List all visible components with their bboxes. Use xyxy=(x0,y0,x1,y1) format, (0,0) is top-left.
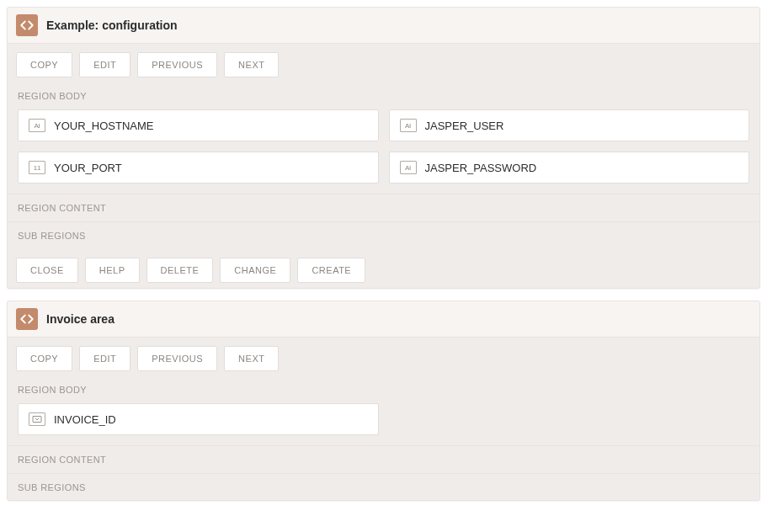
bottom-toolbar: CLOSE HELP DELETE CHANGE CREATE xyxy=(8,249,759,288)
sub-regions-label: SUB REGIONS xyxy=(8,473,759,501)
svg-rect-0 xyxy=(33,417,41,423)
previous-button[interactable]: PREVIOUS xyxy=(137,52,217,77)
field-your-hostname[interactable]: AI YOUR_HOSTNAME xyxy=(18,109,379,141)
field-your-port[interactable]: 11 YOUR_PORT xyxy=(18,152,379,184)
top-toolbar: COPY EDIT PREVIOUS NEXT xyxy=(8,44,759,82)
select-type-icon xyxy=(29,412,45,426)
field-label: JASPER_USER xyxy=(425,120,504,132)
copy-button[interactable]: COPY xyxy=(16,346,72,371)
edit-button[interactable]: EDIT xyxy=(79,346,130,371)
field-label: YOUR_PORT xyxy=(54,162,122,174)
help-button[interactable]: HELP xyxy=(85,258,140,283)
text-type-icon: AI xyxy=(400,161,417,174)
change-button[interactable]: CHANGE xyxy=(220,258,290,283)
code-icon xyxy=(16,14,38,36)
panel-configuration: Example: configuration COPY EDIT PREVIOU… xyxy=(7,7,760,289)
panel-title: Example: configuration xyxy=(46,19,178,32)
text-type-icon: AI xyxy=(29,119,45,132)
next-button[interactable]: NEXT xyxy=(224,346,279,371)
field-label: JASPER_PASSWORD xyxy=(425,162,537,174)
panel-title: Invoice area xyxy=(46,312,115,326)
create-button[interactable]: CREATE xyxy=(297,258,365,283)
fields-grid: AI YOUR_HOSTNAME AI JASPER_USER 11 YOUR_… xyxy=(8,109,759,194)
panel-header: Invoice area xyxy=(8,301,759,338)
field-label: YOUR_HOSTNAME xyxy=(54,120,153,132)
copy-button[interactable]: COPY xyxy=(16,52,72,77)
region-content-label: REGION CONTENT xyxy=(8,445,759,473)
number-type-icon: 11 xyxy=(29,161,45,174)
code-icon xyxy=(16,308,38,330)
region-content-label: REGION CONTENT xyxy=(8,194,759,221)
fields-grid: INVOICE_ID xyxy=(8,403,759,445)
close-button[interactable]: CLOSE xyxy=(16,258,78,283)
top-toolbar: COPY EDIT PREVIOUS NEXT xyxy=(8,338,759,376)
field-jasper-user[interactable]: AI JASPER_USER xyxy=(389,109,750,141)
text-type-icon: AI xyxy=(400,119,417,132)
panel-header: Example: configuration xyxy=(8,8,759,44)
region-body-label: REGION BODY xyxy=(8,376,759,403)
sub-regions-label: SUB REGIONS xyxy=(8,221,759,249)
delete-button[interactable]: DELETE xyxy=(146,258,214,283)
previous-button[interactable]: PREVIOUS xyxy=(137,346,217,371)
edit-button[interactable]: EDIT xyxy=(79,52,130,77)
next-button[interactable]: NEXT xyxy=(224,52,279,77)
field-label: INVOICE_ID xyxy=(54,413,116,426)
field-jasper-password[interactable]: AI JASPER_PASSWORD xyxy=(389,152,750,184)
panel-invoice-area: Invoice area COPY EDIT PREVIOUS NEXT REG… xyxy=(7,301,760,501)
region-body-label: REGION BODY xyxy=(8,82,759,109)
field-invoice-id[interactable]: INVOICE_ID xyxy=(18,403,379,435)
